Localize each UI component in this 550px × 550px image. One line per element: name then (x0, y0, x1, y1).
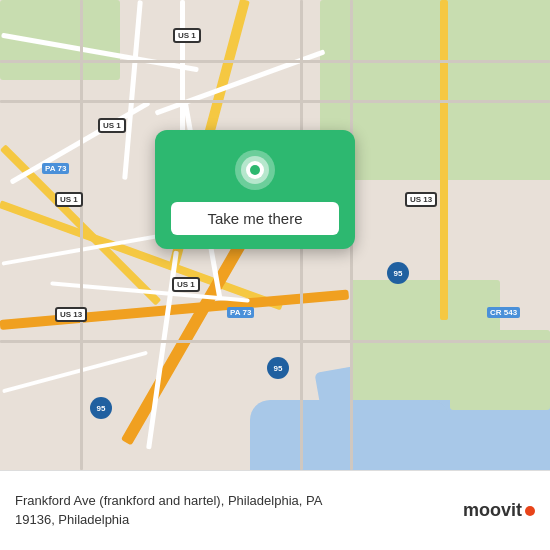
moovit-dot (525, 506, 535, 516)
shield-us1-bottom: US 1 (172, 277, 200, 292)
popup-card: Take me there (155, 130, 355, 249)
address-text: Frankford Ave (frankford and hartel), Ph… (15, 492, 453, 528)
shield-us1-mid: US 1 (98, 118, 126, 133)
info-bar: Frankford Ave (frankford and hartel), Ph… (0, 470, 550, 550)
shield-us13-right: US 13 (405, 192, 437, 207)
take-me-there-button[interactable]: Take me there (171, 202, 339, 235)
shield-cr543: CR 543 (487, 307, 520, 318)
map-container: US 1 US 1 US 1 US 13 US 13 US 1 PA 73 PA… (0, 0, 550, 470)
shield-pa73-bottom: PA 73 (227, 307, 254, 318)
address-line1: Frankford Ave (frankford and hartel), Ph… (15, 492, 453, 510)
shield-i95-right: 95 (387, 262, 409, 284)
address-line2: 19136, Philadelphia (15, 511, 453, 529)
shield-i95-bottom: 95 (267, 357, 289, 379)
shield-us1-top: US 1 (173, 28, 201, 43)
shield-us13-bottom-left: US 13 (55, 307, 87, 322)
svg-point-3 (250, 165, 260, 175)
shield-i95-left: 95 (90, 397, 112, 419)
location-pin-icon (233, 148, 277, 192)
shield-pa73-left: PA 73 (42, 163, 69, 174)
moovit-logo: moovit (463, 500, 535, 521)
shield-us1-left: US 1 (55, 192, 83, 207)
moovit-text: moovit (463, 500, 522, 521)
